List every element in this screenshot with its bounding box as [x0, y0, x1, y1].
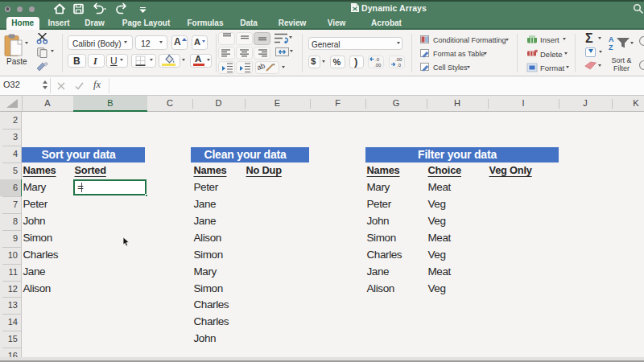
svg-text:.00: .00 — [395, 57, 402, 62]
svg-text:ab: ab — [258, 62, 266, 72]
svg-text:.00: .00 — [374, 63, 382, 68]
svg-text:.0: .0 — [397, 63, 402, 68]
svg-text:.0: .0 — [375, 57, 380, 62]
